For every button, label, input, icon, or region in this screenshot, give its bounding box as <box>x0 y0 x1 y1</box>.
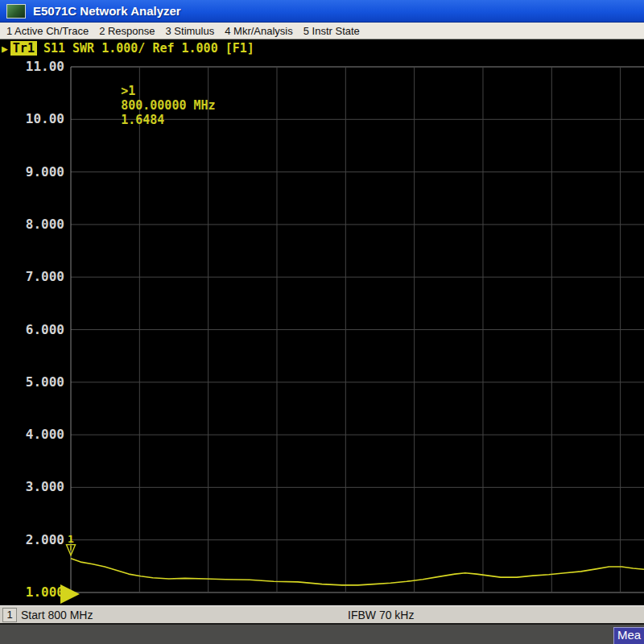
instrument-screen: 1 ▶ Tr1 S11 SWR 1.000/ Ref 1.000 [F1] >1… <box>0 39 644 605</box>
marker-value: 1.6484 <box>121 113 164 127</box>
menu-item-active-ch-trace[interactable]: 1 Active Ch/Trace <box>6 25 89 37</box>
marker-frequency: 800.00000 MHz <box>121 98 215 113</box>
menu-item-stimulus[interactable]: 3 Stimulus <box>166 25 215 37</box>
y-axis-tick-label: 11.00 <box>26 59 64 75</box>
y-axis-tick-label: 6.000 <box>26 322 64 338</box>
softkey-meas-button[interactable]: Mea <box>613 627 644 644</box>
swr-trace <box>71 559 644 585</box>
trace-settings-text: S11 SWR 1.000/ Ref 1.000 [F1] <box>43 41 254 56</box>
window-title: E5071C Network Analyzer <box>33 4 181 18</box>
app-icon[interactable] <box>6 4 26 19</box>
y-axis-tick-label: 2.000 <box>26 532 64 548</box>
network-analyzer-app: E5071C Network Analyzer 1 Active Ch/Trac… <box>0 0 644 644</box>
trace-label[interactable]: Tr1 <box>10 41 37 56</box>
y-axis-tick-label: 1.000 <box>26 584 64 601</box>
menu-bar: 1 Active Ch/Trace 2 Response 3 Stimulus … <box>0 23 644 39</box>
y-axis-tick-label: 5.000 <box>26 374 64 390</box>
start-frequency-label[interactable]: Start 800 MHz <box>21 609 93 621</box>
title-bar: E5071C Network Analyzer <box>0 0 644 23</box>
y-axis-tick-label: 4.000 <box>26 427 64 443</box>
y-axis-tick-label: 8.000 <box>26 217 64 233</box>
ifbw-label[interactable]: IFBW 70 kHz <box>348 609 414 621</box>
y-axis-tick-label: 7.000 <box>26 269 64 285</box>
marker-id: >1 <box>121 84 135 98</box>
active-trace-arrow-icon: ▶ <box>2 43 8 55</box>
menu-item-instr-state[interactable]: 5 Instr State <box>303 25 360 37</box>
channel-indicator: 1 <box>2 608 17 622</box>
marker-1-number: 1 <box>68 533 74 545</box>
trace-status-line: ▶ Tr1 S11 SWR 1.000/ Ref 1.000 [F1] <box>2 41 254 56</box>
marker-readout: >1 800.00000 MHz 1.6484 <box>77 69 227 142</box>
menu-item-response[interactable]: 2 Response <box>99 25 155 37</box>
bottom-bar: Mea <box>0 623 644 644</box>
menu-item-mkr-analysis[interactable]: 4 Mkr/Analysis <box>225 25 293 37</box>
y-axis-tick-label: 3.000 <box>26 479 64 495</box>
status-bar: 1 Start 800 MHz IFBW 70 kHz <box>0 605 644 623</box>
y-axis-tick-label: 9.000 <box>26 164 64 180</box>
y-axis-tick-label: 10.00 <box>26 111 64 127</box>
